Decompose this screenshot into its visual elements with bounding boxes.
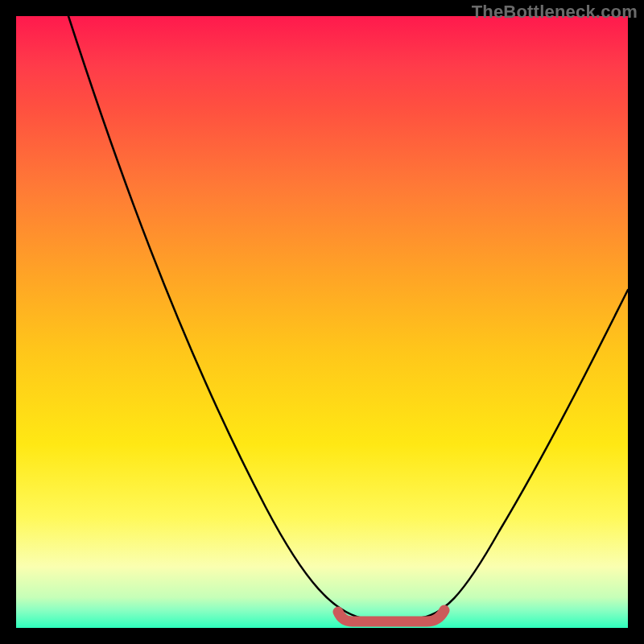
curve-svg: [16, 16, 628, 628]
bottleneck-curve: [68, 16, 628, 618]
watermark-text: TheBottleneck.com: [472, 2, 638, 23]
chart-frame: TheBottleneck.com: [0, 0, 644, 644]
plot-area: [16, 16, 628, 628]
